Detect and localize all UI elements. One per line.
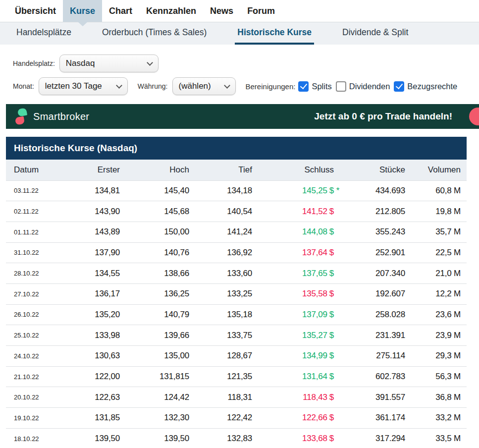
cell-volumen: 19,8 M [405,201,467,222]
cell-datum: 25.10.22 [6,325,65,346]
cell-stuecke: 231.391 [342,325,405,346]
table-row: 26.10.22135,20140,79135,18137,09$258.028… [6,304,467,325]
cell-hoch: 150,00 [120,222,189,242]
currency-symbol: $ [329,372,334,381]
monat-value: letzten 30 Tage [45,81,102,91]
topnav: ÜbersichtKurseChartKennzahlenNewsForum [0,0,479,22]
currency-symbol: $ [329,351,334,360]
topnav-item-kennzahlen[interactable]: Kennzahlen [139,0,203,22]
cell-hoch: 145,40 [120,180,189,201]
currency-symbol: $ [329,227,334,236]
cell-hoch: 124,42 [120,387,189,408]
historical-prices-table: DatumErsterHochTiefSchlussStückeVolumen … [6,160,467,448]
cell-volumen: 23,9 M [405,325,467,346]
cell-stuecke: 258.028 [342,304,405,325]
cell-hoch: 132,30 [120,408,189,429]
historical-prices-card: Historische Kurse (Nasdaq) DatumErsterHo… [6,137,467,448]
close-value: 141,52$ [302,207,342,216]
checkbox-group-bezugsrechte: Bezugsrechte [394,81,457,92]
checkbox-splits[interactable] [298,81,309,92]
cell-schluss: 145,25$* [252,180,342,201]
cell-erster: 133,98 [65,325,120,346]
subnav-item-historische-kurse[interactable]: Historische Kurse [235,22,314,45]
cell-tief: 133,75 [189,325,252,346]
topnav-item-kurse[interactable]: Kurse [63,0,102,22]
cell-schluss: 122,66$ [252,408,342,429]
topnav-item-news[interactable]: News [203,0,240,22]
close-value: 145,25$* [302,186,342,195]
cell-datum: 03.11.22 [6,180,65,201]
cell-schluss: 118,43$ [252,387,342,408]
cell-tief: 128,67 [189,346,252,367]
cell-volumen: 22,5 M [405,242,467,263]
subnav-item-orderbuch[interactable]: Orderbuch (Times & Sales) [100,22,209,45]
topnav-item-uebersicht[interactable]: Übersicht [8,0,63,22]
monat-label: Monat: [13,82,34,90]
bereinigungen-label: Bereinigungen: [246,82,296,91]
cell-hoch: 145,68 [120,201,189,222]
cell-schluss: 135,58$ [252,283,342,304]
cell-erster: 136,17 [65,283,120,304]
banner-message: Jetzt ab 0 € pro Trade handeln! [314,111,452,122]
cell-volumen: 23,6 M [405,304,467,325]
cell-datum: 19.10.22 [6,408,65,429]
close-value: 134,99$ [302,351,342,360]
subnav-item-handelsplaetze[interactable]: Handelsplätze [14,22,74,45]
cell-datum: 01.11.22 [6,222,65,242]
cell-stuecke: 212.805 [342,201,405,222]
cell-erster: 122,63 [65,387,120,408]
cell-volumen: 35,7 M [405,222,467,242]
checkbox-group-splits: Splits [298,81,331,92]
currency-symbol: $ [329,186,334,195]
cell-erster: 137,90 [65,242,120,263]
column-header-erster: Erster [65,160,120,180]
cell-tief: 121,35 [189,366,252,387]
cell-stuecke: 434.693 [342,180,405,201]
cell-erster: 122,00 [65,366,120,387]
cell-stuecke: 391.557 [342,387,405,408]
cell-datum: 18.10.22 [6,428,65,448]
column-header-hoch: Hoch [120,160,189,180]
currency-symbol: $ [329,392,334,402]
close-value: 137,64$ [302,248,342,257]
cell-tief: 122,42 [189,408,252,429]
cell-erster: 131,85 [65,408,120,429]
cell-volumen: 33,5 M [405,428,467,448]
cell-datum: 02.11.22 [6,201,65,222]
topnav-item-forum[interactable]: Forum [240,0,282,22]
cell-schluss: 133,68$ [252,428,342,448]
close-value: 137,09$ [302,310,342,319]
checkbox-dividenden[interactable] [336,81,346,92]
table-row: 20.10.22122,63124,42118,31118,43$391.557… [6,387,467,408]
close-value: 137,65$ [302,269,342,278]
monat-select[interactable]: letzten 30 Tage [39,77,128,95]
topnav-item-chart[interactable]: Chart [102,0,139,22]
cell-stuecke: 252.901 [342,242,405,263]
cell-schluss: 141,52$ [252,201,342,222]
cell-schluss: 137,09$ [252,304,342,325]
cell-hoch: 140,76 [120,242,189,263]
smartbroker-ad-banner[interactable]: Smartbroker Jetzt ab 0 € pro Trade hande… [6,104,479,129]
table-row: 19.10.22131,85132,30122,42122,66$361.174… [6,408,467,429]
waehrung-select[interactable]: (wählen) [172,77,236,95]
close-value: 144,08$ [302,227,342,236]
cell-tief: 141,24 [189,222,252,242]
handelsplatz-value: Nasdaq [66,58,95,68]
cell-datum: 24.10.22 [6,346,65,367]
currency-symbol: $ [329,289,334,298]
checkbox-bezugsrechte[interactable] [394,81,404,92]
currency-symbol: $ [329,331,334,340]
cell-erster: 139,50 [65,428,120,448]
checkbox-label-dividenden: Dividenden [349,82,390,91]
waehrung-value: (wählen) [179,81,211,91]
handelsplatz-select[interactable]: Nasdaq [59,55,159,72]
checkbox-label-bezugsrechte: Bezugsrechte [407,82,457,91]
subnav-item-dividende-split[interactable]: Dividende & Split [340,22,411,45]
table-row: 03.11.22134,81145,40134,18145,25$*434.69… [6,180,467,201]
cell-hoch: 139,50 [120,428,189,448]
cell-schluss: 144,08$ [252,222,342,242]
topnav-items: ÜbersichtKurseChartKennzahlenNewsForum [8,0,282,22]
table-row: 28.10.22134,55138,66133,60137,65$207.340… [6,263,467,284]
waehrung-label: Währung: [138,82,168,90]
cell-erster: 143,89 [65,222,120,242]
